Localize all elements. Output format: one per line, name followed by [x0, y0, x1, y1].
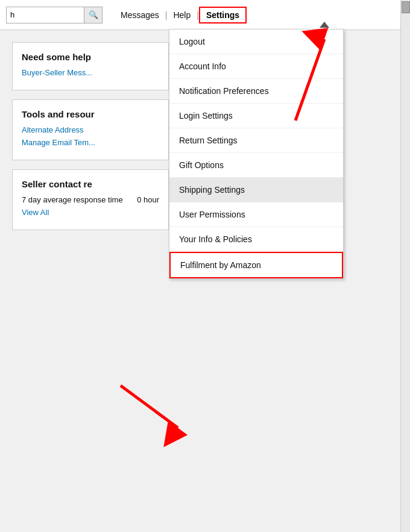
contact-section: 7 day average response time 0 hour View … — [22, 195, 159, 217]
nav-messages[interactable]: Messages — [115, 8, 165, 22]
nav-settings[interactable]: Settings — [199, 7, 247, 23]
response-time-row: 7 day average response time 0 hour — [22, 195, 159, 204]
contact-panel-title: Seller contact re — [22, 179, 159, 189]
response-time-label: 7 day average response time — [22, 195, 123, 204]
search-button[interactable]: 🔍 — [84, 7, 102, 23]
dropdown-item-login-settings[interactable]: Login Settings — [169, 104, 343, 128]
dropdown-item-shipping-settings[interactable]: Shipping Settings — [169, 178, 343, 202]
header: 🔍 Messages | Help | Settings — [0, 0, 410, 30]
scrollbar[interactable] — [400, 0, 410, 532]
help-panel: Need some help Buyer-Seller Mess... — [12, 42, 169, 90]
dropdown-item-logout[interactable]: Logout — [169, 30, 343, 54]
manage-email-link[interactable]: Manage Email Tem... — [22, 138, 159, 147]
svg-line-3 — [121, 386, 178, 428]
dropdown-item-return-settings[interactable]: Return Settings — [169, 128, 343, 153]
dropdown-item-your-info-policies[interactable]: Your Info & Policies — [169, 227, 343, 252]
help-panel-title: Need some help — [22, 52, 159, 62]
dropdown-item-notification-prefs[interactable]: Notification Preferences — [169, 79, 343, 104]
settings-dropdown: Logout Account Info Notification Prefere… — [169, 29, 344, 279]
dropdown-item-fulfilment-amazon[interactable]: Fulfilment by Amazon — [169, 252, 343, 278]
nav-links: Messages | Help | Settings — [115, 7, 247, 23]
search-input[interactable] — [7, 7, 84, 23]
tools-panel-title: Tools and resour — [22, 109, 159, 119]
dropdown-item-gift-options[interactable]: Gift Options — [169, 153, 343, 178]
dropdown-item-user-permissions[interactable]: User Permissions — [169, 202, 343, 227]
dropdown-arrow-indicator — [320, 22, 329, 28]
contact-panel: Seller contact re 7 day average response… — [12, 169, 169, 230]
search-container: 🔍 — [6, 7, 102, 23]
scrollbar-thumb[interactable] — [402, 1, 410, 13]
alternate-address-link[interactable]: Alternate Address — [22, 125, 159, 134]
nav-help[interactable]: Help — [167, 8, 197, 22]
dropdown-item-account-info[interactable]: Account Info — [169, 54, 343, 79]
tools-panel: Tools and resour Alternate Address Manag… — [12, 99, 169, 160]
buyer-seller-link[interactable]: Buyer-Seller Mess... — [22, 68, 159, 77]
response-time-value: 0 hour — [137, 195, 159, 204]
view-all-link[interactable]: View All — [22, 208, 159, 217]
